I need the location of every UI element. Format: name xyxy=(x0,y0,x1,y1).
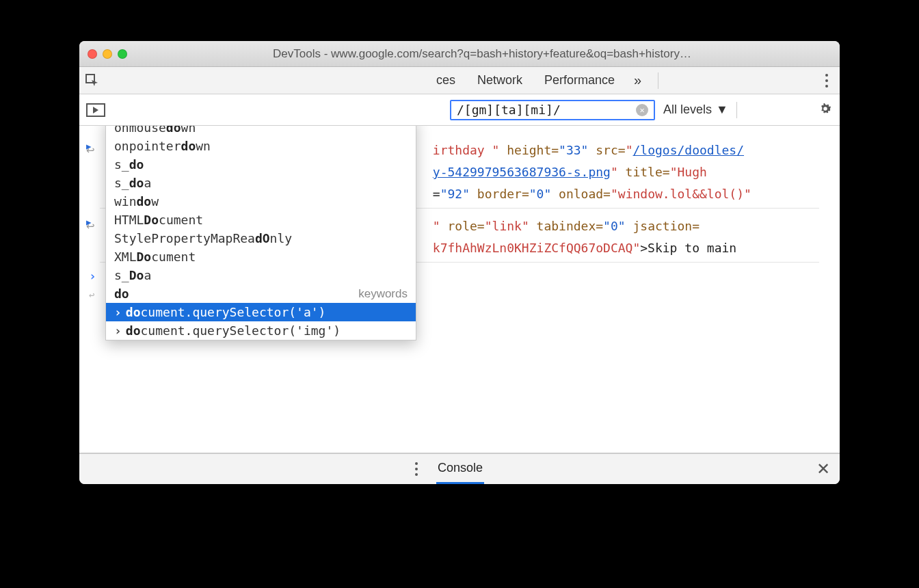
titlebar: DevTools - www.google.com/search?q=bash+… xyxy=(79,41,840,67)
autocomplete-item[interactable]: onmousedown xyxy=(106,126,416,137)
minimize-button[interactable] xyxy=(103,49,112,59)
autocomplete-item[interactable]: dokeywords xyxy=(106,284,416,303)
chevron-down-icon: ▼ xyxy=(716,103,728,117)
traffic-lights xyxy=(88,49,127,59)
autocomplete-item[interactable]: document.querySelector('img') xyxy=(106,321,416,340)
return-icon: ↩ xyxy=(86,142,100,159)
console-toolbar: /[gm][ta][mi]/ ✕ All levels ▼ xyxy=(79,94,840,126)
tab-performance[interactable]: Performance xyxy=(542,73,617,88)
url-link[interactable]: y-5429979563687936-s.png xyxy=(433,165,611,179)
chevron-right-icon: › xyxy=(89,269,96,283)
devtools-window: DevTools - www.google.com/search?q=bash+… xyxy=(79,41,840,484)
autocomplete-item[interactable]: s_do xyxy=(106,155,416,174)
return-icon: ↩ xyxy=(86,217,100,235)
console-filter-input[interactable]: /[gm][ta][mi]/ ✕ xyxy=(450,100,655,120)
clear-filter-icon[interactable]: ✕ xyxy=(636,104,648,116)
autocomplete-item[interactable]: onpointerdown xyxy=(106,137,416,155)
drawer-tab-console[interactable]: Console xyxy=(436,454,484,484)
return-icon: ↩ xyxy=(89,289,94,300)
autocomplete-item[interactable]: s_doa xyxy=(106,174,416,192)
autocomplete-item[interactable]: StylePropertyMapReadOnly xyxy=(106,229,416,248)
url-link[interactable]: /logos/doodles/ xyxy=(632,143,744,157)
console-settings-icon[interactable] xyxy=(818,101,833,119)
autocomplete-item[interactable]: window xyxy=(106,192,416,211)
autocomplete-item[interactable]: document.querySelector('a') xyxy=(106,303,416,321)
autocomplete-dropdown: onmousedownonpointerdowns_dos_doawindowH… xyxy=(105,126,416,340)
settings-menu[interactable] xyxy=(819,74,834,88)
autocomplete-hint: keywords xyxy=(358,287,408,301)
window-title: DevTools - www.google.com/search?q=bash+… xyxy=(133,47,831,61)
drawer: Console ✕ xyxy=(79,453,840,484)
autocomplete-item[interactable]: s_Doa xyxy=(106,266,416,284)
separator xyxy=(736,102,737,118)
separator xyxy=(658,72,658,89)
console-content: onmousedownonpointerdowns_dos_doawindowH… xyxy=(79,126,840,453)
execution-context-icon[interactable] xyxy=(86,103,105,117)
tabs-overflow[interactable]: » xyxy=(634,72,641,88)
drawer-menu[interactable] xyxy=(409,462,424,476)
close-button[interactable] xyxy=(88,49,97,59)
filter-text: /[gm][ta][mi]/ xyxy=(457,103,561,117)
autocomplete-item[interactable]: XMLDocument xyxy=(106,248,416,266)
tab-sources-partial[interactable]: ces xyxy=(434,73,458,88)
inspect-icon[interactable] xyxy=(85,73,100,88)
autocomplete-item[interactable]: HTMLDocument xyxy=(106,211,416,229)
tab-network[interactable]: Network xyxy=(475,73,525,88)
close-icon[interactable]: ✕ xyxy=(816,459,830,479)
log-levels-dropdown[interactable]: All levels ▼ xyxy=(663,103,728,117)
devtools-tabs: Elements Console Sour ces Network Perfor… xyxy=(79,67,840,94)
zoom-button[interactable] xyxy=(118,49,127,59)
